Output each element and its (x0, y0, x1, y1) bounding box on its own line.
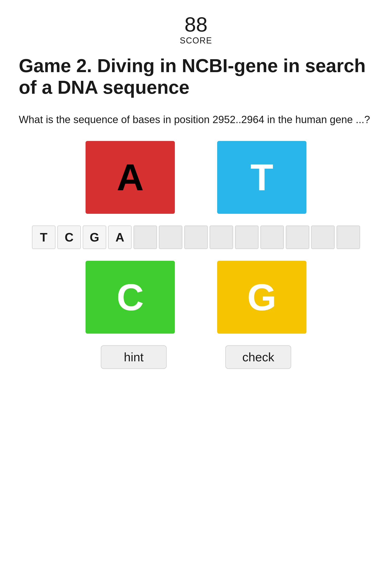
sequence-cell-12 (311, 226, 335, 249)
sequence-cell-6 (159, 226, 182, 249)
action-buttons: hint check (101, 345, 291, 369)
sequence-cell-4: A (108, 226, 132, 249)
dna-button-G[interactable]: G (217, 261, 306, 334)
check-button[interactable]: check (225, 345, 291, 369)
sequence-cell-8 (210, 226, 233, 249)
sequence-cell-13 (337, 226, 360, 249)
score-label: SCORE (180, 36, 212, 46)
dna-buttons-bottom-row: C G (0, 261, 392, 334)
hint-button[interactable]: hint (101, 345, 167, 369)
dna-button-C[interactable]: C (86, 261, 175, 334)
sequence-cell-2: C (57, 226, 81, 249)
sequence-row: T C G A (13, 226, 379, 249)
dna-buttons-top-row: A T (0, 141, 392, 214)
sequence-cell-3: G (83, 226, 106, 249)
sequence-cell-9 (235, 226, 259, 249)
sequence-cell-5 (133, 226, 157, 249)
game-title: Game 2. Diving in NCBI-gene in search of… (0, 55, 392, 98)
score-value: 88 (180, 14, 212, 35)
dna-button-T[interactable]: T (217, 141, 306, 214)
question-text: What is the sequence of bases in positio… (0, 112, 392, 127)
sequence-cell-11 (286, 226, 309, 249)
sequence-cell-7 (184, 226, 208, 249)
sequence-cell-10 (260, 226, 284, 249)
sequence-cell-1: T (32, 226, 55, 249)
dna-button-A[interactable]: A (86, 141, 175, 214)
score-section: 88 SCORE (180, 14, 212, 46)
